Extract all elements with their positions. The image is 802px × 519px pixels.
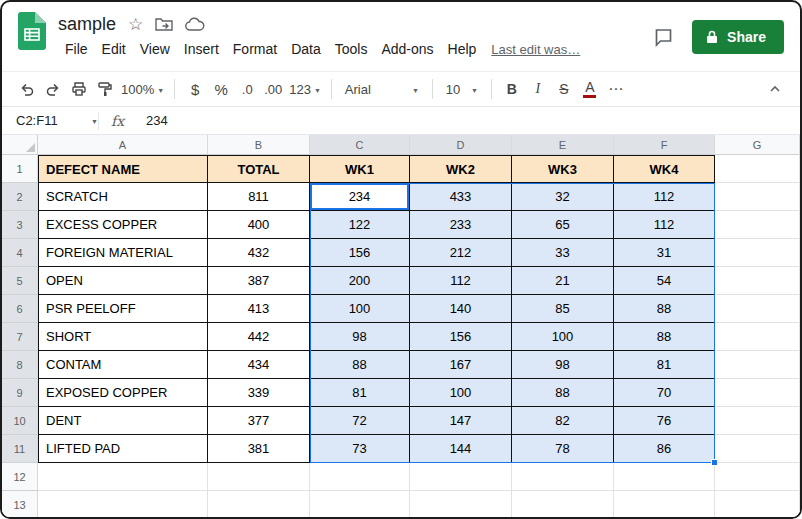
cell-F9[interactable]: 70: [614, 379, 715, 407]
select-all-corner[interactable]: [2, 135, 38, 155]
menu-insert[interactable]: Insert: [177, 39, 226, 59]
cell-D13[interactable]: [410, 491, 512, 517]
cell-D10[interactable]: 147: [410, 407, 512, 435]
cell-F8[interactable]: 81: [614, 351, 715, 379]
cell-C6[interactable]: 100: [310, 295, 410, 323]
name-box[interactable]: C2:F11 ▼: [2, 113, 98, 128]
cell-C4[interactable]: 156: [310, 239, 410, 267]
cell-B11[interactable]: 381: [208, 435, 310, 463]
cell-C5[interactable]: 200: [310, 267, 410, 295]
column-header-B[interactable]: B: [208, 135, 310, 155]
formula-input[interactable]: 234: [140, 113, 168, 128]
row-header-13[interactable]: 13: [2, 491, 38, 517]
cell-G12[interactable]: [715, 463, 800, 491]
cell-F6[interactable]: 88: [614, 295, 715, 323]
share-button[interactable]: Share: [692, 20, 784, 54]
cell-A3[interactable]: EXCESS COPPER: [38, 211, 208, 239]
column-header-C[interactable]: C: [310, 135, 410, 155]
decrease-decimal-button[interactable]: .0: [234, 76, 260, 102]
cell-A1[interactable]: DEFECT NAME: [38, 155, 208, 183]
cell-C10[interactable]: 72: [310, 407, 410, 435]
cell-F2[interactable]: 112: [614, 183, 715, 211]
move-folder-icon[interactable]: [155, 17, 173, 31]
row-header-2[interactable]: 2: [2, 183, 38, 211]
menu-format[interactable]: Format: [226, 39, 284, 59]
cell-E8[interactable]: 98: [512, 351, 614, 379]
cell-A11[interactable]: LIFTED PAD: [38, 435, 208, 463]
cell-E10[interactable]: 82: [512, 407, 614, 435]
star-icon[interactable]: ☆: [128, 16, 143, 33]
column-header-A[interactable]: A: [38, 135, 208, 155]
more-formats-button[interactable]: 123 ▼: [286, 76, 324, 102]
cell-C12[interactable]: [310, 463, 410, 491]
menu-file[interactable]: File: [58, 39, 95, 59]
doc-title[interactable]: sample: [58, 14, 116, 35]
menu-edit[interactable]: Edit: [95, 39, 133, 59]
cell-F4[interactable]: 31: [614, 239, 715, 267]
cell-D6[interactable]: 140: [410, 295, 512, 323]
cell-B1[interactable]: TOTAL: [208, 155, 310, 183]
cell-G1[interactable]: [715, 155, 800, 183]
cell-A7[interactable]: SHORT: [38, 323, 208, 351]
cell-E4[interactable]: 33: [512, 239, 614, 267]
cell-F12[interactable]: [614, 463, 715, 491]
cell-D5[interactable]: 112: [410, 267, 512, 295]
cell-F5[interactable]: 54: [614, 267, 715, 295]
row-header-10[interactable]: 10: [2, 407, 38, 435]
cell-F11[interactable]: 86: [614, 435, 715, 463]
row-header-4[interactable]: 4: [2, 239, 38, 267]
cell-A8[interactable]: CONTAM: [38, 351, 208, 379]
cell-D7[interactable]: 156: [410, 323, 512, 351]
cell-F1[interactable]: WK4: [614, 155, 715, 183]
fill-handle[interactable]: [711, 459, 718, 466]
cell-G9[interactable]: [715, 379, 800, 407]
cell-D2[interactable]: 433: [410, 183, 512, 211]
menu-data[interactable]: Data: [284, 39, 328, 59]
italic-button[interactable]: I: [525, 76, 551, 102]
cell-B10[interactable]: 377: [208, 407, 310, 435]
cell-A5[interactable]: OPEN: [38, 267, 208, 295]
undo-button[interactable]: [14, 76, 40, 102]
cell-C1[interactable]: WK1: [310, 155, 410, 183]
cell-A13[interactable]: [38, 491, 208, 517]
cell-E13[interactable]: [512, 491, 614, 517]
cell-A6[interactable]: PSR PEELOFF: [38, 295, 208, 323]
format-percent-button[interactable]: %: [208, 76, 234, 102]
row-header-7[interactable]: 7: [2, 323, 38, 351]
cell-G5[interactable]: [715, 267, 800, 295]
cell-D4[interactable]: 212: [410, 239, 512, 267]
row-header-6[interactable]: 6: [2, 295, 38, 323]
cell-C13[interactable]: [310, 491, 410, 517]
cell-A2[interactable]: SCRATCH: [38, 183, 208, 211]
cell-E2[interactable]: 32: [512, 183, 614, 211]
cell-C3[interactable]: 122: [310, 211, 410, 239]
cell-A10[interactable]: DENT: [38, 407, 208, 435]
cell-G13[interactable]: [715, 491, 800, 517]
cell-D3[interactable]: 233: [410, 211, 512, 239]
cell-E11[interactable]: 78: [512, 435, 614, 463]
cell-G6[interactable]: [715, 295, 800, 323]
cell-F7[interactable]: 88: [614, 323, 715, 351]
menu-help[interactable]: Help: [441, 39, 484, 59]
cell-E12[interactable]: [512, 463, 614, 491]
more-toolbar-button[interactable]: ⋯: [603, 76, 629, 102]
cell-A12[interactable]: [38, 463, 208, 491]
column-header-F[interactable]: F: [614, 135, 715, 155]
cell-F10[interactable]: 76: [614, 407, 715, 435]
cell-D9[interactable]: 100: [410, 379, 512, 407]
last-edit-link[interactable]: Last edit was…: [491, 42, 580, 57]
menu-addons[interactable]: Add-ons: [374, 39, 440, 59]
cloud-status-icon[interactable]: [185, 17, 205, 31]
cell-B9[interactable]: 339: [208, 379, 310, 407]
cell-A4[interactable]: FOREIGN MATERIAL: [38, 239, 208, 267]
cell-C9[interactable]: 81: [310, 379, 410, 407]
cell-G10[interactable]: [715, 407, 800, 435]
text-color-button[interactable]: A: [577, 76, 603, 102]
cell-G4[interactable]: [715, 239, 800, 267]
cell-B7[interactable]: 442: [208, 323, 310, 351]
sheets-logo[interactable]: [18, 12, 46, 71]
cell-D1[interactable]: WK2: [410, 155, 512, 183]
menu-tools[interactable]: Tools: [328, 39, 375, 59]
cell-C8[interactable]: 88: [310, 351, 410, 379]
cell-B6[interactable]: 413: [208, 295, 310, 323]
